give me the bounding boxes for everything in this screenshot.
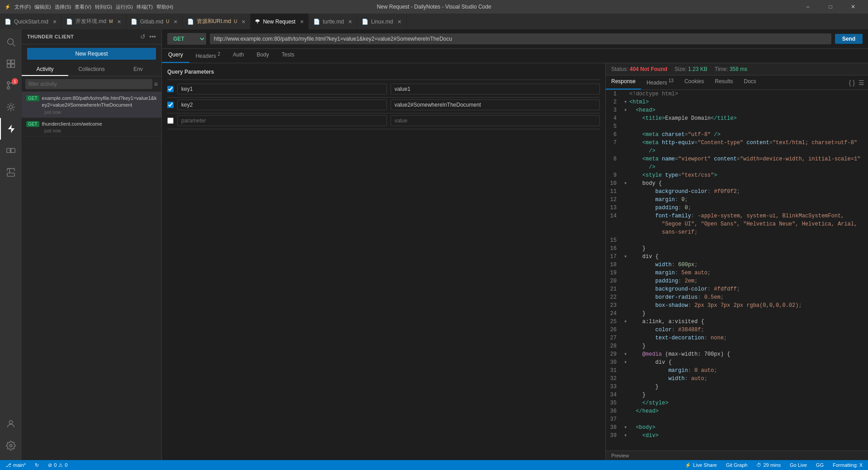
sidebar-tab-env[interactable]: Env: [115, 63, 161, 76]
code-line: 24 }: [606, 310, 868, 318]
line-number: 16: [609, 244, 624, 253]
sidebar-tab-activity[interactable]: Activity: [22, 63, 68, 76]
response-tab-headers[interactable]: Headers 13: [641, 75, 679, 89]
activity-bar-debug[interactable]: [0, 96, 22, 118]
url-input[interactable]: [210, 33, 831, 44]
timer-item[interactable]: ⏱ 29 mins: [755, 460, 783, 470]
param-value-input[interactable]: [391, 84, 600, 94]
activity-bar-extensions[interactable]: [0, 140, 22, 161]
fold-arrow[interactable]: ▾: [624, 253, 629, 261]
sidebar-tab-collections[interactable]: Collections: [68, 63, 115, 76]
fold-arrow[interactable]: ▾: [624, 432, 629, 440]
tab-quickstart[interactable]: 📄 QuickStart.md ×: [0, 14, 61, 29]
more-options-icon[interactable]: •••: [149, 33, 156, 40]
tab-close-icon[interactable]: ×: [397, 18, 401, 25]
fold-arrow: [624, 310, 629, 318]
code-line: 21 background-color: #fdfdff;: [606, 285, 868, 293]
response-tab-results[interactable]: Results: [709, 75, 738, 89]
response-tab-cookies[interactable]: Cookies: [679, 75, 709, 89]
format-icon[interactable]: { }: [849, 79, 855, 86]
code-line: 11 background-color: #f0f0f2;: [606, 188, 868, 196]
tab-dirty-badge: M: [109, 19, 113, 24]
req-tab-auth[interactable]: Auth: [226, 49, 250, 63]
fold-arrow[interactable]: ▾: [624, 350, 629, 358]
code-line: 22 border-radius: 0.5em;: [606, 293, 868, 301]
activity-bar-test[interactable]: [0, 161, 22, 183]
req-tab-query[interactable]: Query: [162, 49, 189, 63]
live-share-item[interactable]: ⚡ Live Share: [683, 460, 719, 470]
tab-close-icon[interactable]: ×: [241, 18, 245, 25]
tab-close-icon[interactable]: ×: [53, 18, 57, 25]
param-key-input[interactable]: [177, 99, 387, 110]
response-tab-docs[interactable]: Docs: [738, 75, 761, 89]
tab-kaifahuanjing[interactable]: 📄 开发环境.md M ×: [61, 14, 126, 29]
param-key-input[interactable]: [177, 84, 387, 94]
menu-help[interactable]: 帮助(H): [156, 4, 173, 10]
tab-ziyuanuri[interactable]: 📄 资源和URI.md U ×: [183, 14, 250, 29]
param-checkbox[interactable]: [167, 102, 174, 108]
activity-bar-account[interactable]: [0, 413, 22, 435]
list-item[interactable]: GET example.com:80/path/to/myfile.html?k…: [22, 92, 161, 118]
response-tab-response[interactable]: Response: [606, 75, 641, 89]
gg-item[interactable]: GG: [814, 460, 826, 470]
menu-select[interactable]: 选择(S): [55, 4, 71, 10]
tab-gitlab[interactable]: 📄 Gitlab.md U ×: [126, 14, 183, 29]
method-select[interactable]: GET POST PUT DELETE PATCH: [167, 33, 206, 45]
tab-linux[interactable]: 📄 Linux.md ×: [357, 14, 406, 29]
git-graph-item[interactable]: Git Graph: [724, 460, 750, 470]
filter-menu-icon[interactable]: ≡: [154, 80, 158, 88]
tab-close-icon[interactable]: ×: [118, 18, 121, 25]
req-tab-body[interactable]: Body: [250, 49, 275, 63]
fold-arrow[interactable]: ▾: [624, 179, 629, 188]
go-live-item[interactable]: Go Live: [788, 460, 809, 470]
param-checkbox[interactable]: [167, 86, 174, 92]
line-content: font-family: -apple-system, system-ui, B…: [629, 212, 864, 220]
filter-activity-input[interactable]: [25, 79, 152, 89]
activity-bar-scm[interactable]: 1: [0, 75, 22, 96]
activity-bar-search[interactable]: [0, 31, 22, 53]
list-item[interactable]: GET thunderclient.com/welcome just now: [22, 118, 161, 136]
menu-terminal[interactable]: 终端(T): [137, 4, 153, 10]
errors-item[interactable]: ⊘ 0 ⚠ 0: [46, 460, 69, 470]
formatting-item[interactable]: Formatting: X: [831, 460, 864, 470]
param-checkbox[interactable]: [167, 118, 174, 124]
send-button[interactable]: Send: [835, 34, 863, 44]
fold-arrow: [624, 204, 629, 212]
maximize-button[interactable]: □: [820, 0, 841, 14]
git-branch-item[interactable]: ⎇ main*: [4, 460, 28, 470]
activity-bar-explorer[interactable]: [0, 53, 22, 75]
close-button[interactable]: ✕: [843, 0, 863, 14]
menu-run[interactable]: 运行(G): [116, 4, 133, 10]
code-viewer[interactable]: 1 <!doctype html>2▾<html>3▾ <head>4 <tit…: [606, 90, 868, 451]
menu-file[interactable]: 文件(F): [14, 4, 31, 10]
new-request-button[interactable]: New Request: [27, 48, 156, 60]
fold-arrow[interactable]: ▾: [624, 423, 629, 432]
req-tab-headers[interactable]: Headers 2: [189, 49, 226, 63]
menu-edit[interactable]: 编辑(E): [34, 4, 51, 10]
tab-close-icon[interactable]: ×: [349, 18, 352, 25]
sidebar-title: THUNDER CLIENT: [27, 34, 74, 39]
activity-bar-settings[interactable]: [0, 435, 22, 456]
param-key-input[interactable]: [177, 115, 387, 126]
fold-arrow[interactable]: ▾: [624, 318, 629, 326]
tab-icon: 📄: [362, 19, 368, 25]
tab-newrequest[interactable]: 🌩 New Request ×: [250, 14, 309, 29]
fold-arrow[interactable]: ▾: [624, 98, 629, 106]
refresh-icon[interactable]: ↺: [140, 33, 146, 40]
more-response-icon[interactable]: ☰: [859, 79, 864, 86]
fold-arrow[interactable]: ▾: [624, 358, 629, 367]
tab-close-icon[interactable]: ×: [300, 18, 304, 25]
fold-arrow[interactable]: ▾: [624, 106, 629, 114]
menu-goto[interactable]: 转到(G): [95, 4, 112, 10]
tab-turtle[interactable]: 📄 turtle.md ×: [309, 14, 357, 29]
req-tab-tests[interactable]: Tests: [275, 49, 301, 63]
tab-close-icon[interactable]: ×: [174, 18, 177, 25]
param-value-input[interactable]: [391, 115, 600, 126]
code-line: 2▾<html>: [606, 98, 868, 106]
list-item-top: GET thunderclient.com/welcome: [26, 121, 157, 127]
minimize-button[interactable]: –: [797, 0, 818, 14]
param-value-input[interactable]: [391, 99, 600, 110]
menu-view[interactable]: 查看(V): [75, 4, 91, 10]
activity-bar-thunderclient[interactable]: [0, 118, 22, 140]
sync-item[interactable]: ↻: [33, 460, 41, 470]
